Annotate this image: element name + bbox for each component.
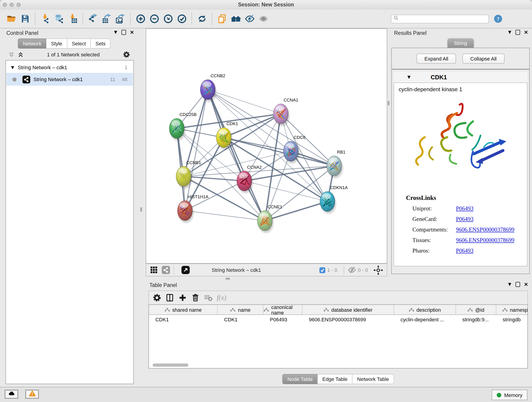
tab-string[interactable]: String xyxy=(447,38,474,48)
add-column-icon[interactable] xyxy=(178,293,187,302)
table-panel-float-button[interactable] xyxy=(515,282,520,287)
column-header-database-identifier[interactable]: database identifier xyxy=(302,305,394,314)
duplicate-button[interactable] xyxy=(217,13,228,24)
column-header-name[interactable]: name xyxy=(218,305,264,314)
results-panel-float-button[interactable] xyxy=(515,30,520,35)
network-edge[interactable] xyxy=(185,211,265,221)
left-splitter-handle[interactable] xyxy=(140,207,142,212)
column-header-canonical-name[interactable]: canonical name xyxy=(264,305,302,314)
detach-view-icon[interactable] xyxy=(181,266,190,274)
delete-column-icon[interactable] xyxy=(191,293,200,302)
zoom-fit-button[interactable] xyxy=(163,13,174,24)
crosslink-link[interactable]: 9606.ENSP00000378699 xyxy=(456,237,514,244)
network-node-CDKN1A[interactable]: CDKN1A xyxy=(320,185,348,214)
table-cell[interactable]: stringdb xyxy=(496,315,528,325)
tab-edge-table[interactable]: Edge Table xyxy=(318,374,353,384)
zoom-selected-button[interactable] xyxy=(177,13,187,24)
birds-eye-view-icon[interactable] xyxy=(374,265,383,275)
help-button[interactable]: ? xyxy=(494,14,503,23)
network-options-gear-icon[interactable] xyxy=(123,51,130,58)
refresh-button[interactable] xyxy=(196,13,208,24)
network-edge[interactable] xyxy=(224,138,334,166)
memory-button[interactable]: Memory xyxy=(492,390,527,400)
network-edge[interactable] xyxy=(184,176,244,181)
column-header-namespace[interactable]: namespace xyxy=(496,305,528,314)
network-share-icon[interactable] xyxy=(162,266,170,274)
show-columns-icon[interactable] xyxy=(165,293,174,302)
network-node-HIST1H1A[interactable]: HIST1H1A xyxy=(177,194,209,223)
column-header-shared-name[interactable]: shared name xyxy=(149,305,218,314)
results-panel-close-button[interactable]: × xyxy=(524,29,528,35)
node-label-CDC25B: CDC25B xyxy=(179,112,196,117)
warnings-button[interactable] xyxy=(25,390,39,399)
export-image-button[interactable] xyxy=(115,13,126,24)
tab-node-table[interactable]: Node Table xyxy=(282,374,318,384)
tab-select[interactable]: Select xyxy=(67,38,91,49)
table-cell[interactable]: cyclin-dependent ... xyxy=(394,315,456,325)
table-panel-menu-button[interactable]: ▼ xyxy=(508,281,511,287)
crosslink-link[interactable]: 9606.ENSP00000378699 xyxy=(456,226,514,233)
table-cell[interactable]: P06493 xyxy=(264,315,302,325)
table-settings-gear-icon[interactable] xyxy=(152,293,161,302)
tab-network[interactable]: Network xyxy=(18,38,46,49)
eye-button[interactable] xyxy=(258,13,269,24)
network-edge[interactable] xyxy=(208,89,334,166)
export-table-button[interactable] xyxy=(101,13,112,24)
protein-description: cyclin-dependent kinase 1 xyxy=(394,83,527,93)
crosslink-link[interactable]: P06493 xyxy=(456,216,473,223)
save-button[interactable] xyxy=(20,13,31,24)
zoom-out-button[interactable] xyxy=(149,13,160,24)
protein-expander-icon[interactable]: ▼ xyxy=(407,74,411,80)
show-hide-button[interactable] xyxy=(244,13,255,24)
tab-style[interactable]: Style xyxy=(46,38,67,49)
cloud-status-button[interactable] xyxy=(5,390,18,399)
table-panel-close-button[interactable]: × xyxy=(524,281,528,287)
import-table-button[interactable] xyxy=(67,13,78,24)
search-field[interactable] xyxy=(391,14,489,23)
table-cell[interactable]: CDK1 xyxy=(149,315,218,325)
network-node-CDC6[interactable]: CDC6 xyxy=(283,135,305,164)
network-node-CCNA1[interactable]: CCNA1 xyxy=(273,98,298,126)
network-collection-row[interactable]: ▼ String Network – cdk1 1 xyxy=(6,61,133,73)
network-row-selected[interactable]: String Network – cdk1 11 48 xyxy=(6,73,133,86)
right-splitter-handle[interactable] xyxy=(388,101,389,105)
table-row[interactable]: CDK1CDK1P064939606.ENSP00000378699cyclin… xyxy=(149,315,527,325)
network-view-toolbar: String Network – cdk1 1 - 0 0 - 0 xyxy=(146,264,387,276)
export-network-button[interactable] xyxy=(88,13,99,24)
network-graph[interactable]: CCNB2CCNA1CDC25BCDK1CDC6RB1CCNB1CCNA2CDK… xyxy=(146,29,387,263)
network-node-RB1[interactable]: RB1 xyxy=(327,150,346,178)
expand-all-networks-icon[interactable] xyxy=(8,51,15,58)
open-button[interactable] xyxy=(6,13,17,24)
crosslink-link[interactable]: P06493 xyxy=(456,205,473,212)
table-cell[interactable]: stringdb:9... xyxy=(456,315,496,325)
selected-checkbox-icon[interactable] xyxy=(319,267,325,273)
table-cell[interactable]: 9606.ENSP00000378699 xyxy=(302,315,394,325)
collection-expander-icon[interactable]: ▼ xyxy=(11,64,14,70)
results-panel: Results Panel ▼ × String Expand All Coll… xyxy=(390,28,531,278)
grid-view-icon[interactable] xyxy=(150,266,158,274)
horizontal-splitter-handle[interactable] xyxy=(225,278,230,280)
horizontal-scrollbar-thumb[interactable] xyxy=(152,364,188,367)
network-canvas[interactable]: CCNB2CCNA1CDC25BCDK1CDC6RB1CCNB1CCNA2CDK… xyxy=(146,28,387,264)
network-node-CCNE1[interactable]: CCNE1 xyxy=(257,204,282,233)
protein-header-row[interactable]: ▼ CDK1 xyxy=(394,71,527,83)
import-network-button[interactable] xyxy=(40,13,51,24)
collapse-all-networks-icon[interactable] xyxy=(17,51,24,58)
control-panel-menu-button[interactable]: ▼ xyxy=(114,29,117,35)
control-panel-float-button[interactable] xyxy=(121,30,126,35)
homes-button[interactable] xyxy=(230,13,241,24)
collapse-all-button[interactable]: Collapse All xyxy=(462,53,505,64)
tab-sets[interactable]: Sets xyxy=(91,38,111,49)
search-input[interactable] xyxy=(399,16,487,22)
import-database-button[interactable] xyxy=(54,13,65,24)
results-panel-menu-button[interactable]: ▼ xyxy=(508,29,511,35)
table-cell[interactable]: CDK1 xyxy=(218,315,264,325)
column-header-description[interactable]: description xyxy=(394,305,456,314)
expand-all-button[interactable]: Expand All xyxy=(417,53,456,64)
crosslink-link[interactable]: P06493 xyxy=(456,248,473,254)
column-header--id[interactable]: @id xyxy=(456,305,496,314)
control-panel-close-button[interactable]: × xyxy=(130,29,134,35)
network-edge[interactable] xyxy=(208,89,281,114)
zoom-in-button[interactable] xyxy=(135,13,146,24)
tab-network-table[interactable]: Network Table xyxy=(353,374,394,384)
